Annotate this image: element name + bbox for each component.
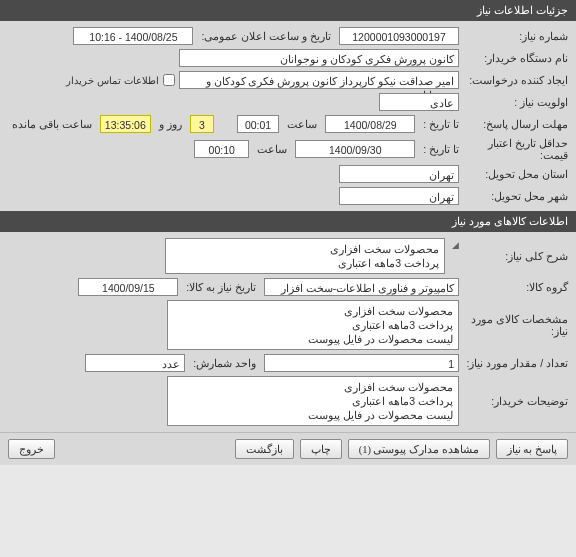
goods-group-value: کامپیوتر و فناوری اطلاعات-سخت افزار: [264, 278, 459, 296]
buyer-org-value: کانون پرورش فکری کودکان و نوجوانان: [179, 49, 459, 67]
days-remaining-value: 3: [190, 115, 215, 133]
label-delivery-city: شهر محل تحویل:: [463, 190, 568, 202]
label-days-and: روز و: [155, 118, 186, 130]
label-hour-1: ساعت: [283, 118, 321, 130]
label-announce-datetime: تاریخ و ساعت اعلان عمومی:: [197, 30, 335, 42]
label-min-validity: حداقل تاریخ اعتبار قیمت:: [463, 137, 568, 161]
unit-value: عدد: [85, 354, 185, 372]
city-value: تهران: [339, 187, 459, 205]
validity-time-value: 00:10: [194, 140, 249, 158]
label-need-number: شماره نیاز:: [463, 30, 568, 42]
view-attachments-button[interactable]: مشاهده مدارک پیوستی (1): [348, 439, 490, 459]
response-time-value: 00:01: [237, 115, 280, 133]
label-to-date-1: تا تاریخ :: [419, 118, 459, 130]
need-desc-value: محصولات سخت افزاریپرداخت 3ماهه اعتباری: [165, 238, 445, 274]
label-need-date-goods: تاریخ نیاز به کالا:: [182, 281, 260, 293]
qty-value: 1: [264, 354, 459, 372]
validity-date-value: 1400/09/30: [295, 140, 415, 158]
goods-info-form: شرح کلی نیاز: ◢ محصولات سخت افزاریپرداخت…: [0, 232, 576, 432]
announce-datetime-value: 1400/08/25 - 10:16: [73, 27, 193, 45]
label-buyer-org: نام دستگاه خریدار:: [463, 52, 568, 64]
label-buyer-notes: توضیحات خریدار:: [463, 395, 568, 407]
goods-spec-value: محصولات سخت افزاریپرداخت 3ماهه اعتباریلی…: [167, 300, 459, 350]
label-need-qty: تعداد / مقدار مورد نیاز:: [463, 357, 568, 369]
label-goods-group: گروه کالا:: [463, 281, 568, 293]
goods-info-header: اطلاعات کالاهای مورد نیاز: [0, 211, 576, 232]
priority-value: عادی: [379, 93, 459, 111]
resize-handle-icon[interactable]: ◢: [449, 238, 459, 274]
back-button[interactable]: بازگشت: [235, 439, 294, 459]
label-request-creator: ایجاد کننده درخواست:: [463, 74, 568, 86]
province-value: تهران: [339, 165, 459, 183]
label-priority: اولویت نیاز :: [463, 96, 568, 108]
print-button[interactable]: چاپ: [300, 439, 342, 459]
need-number-value: 1200001093000197: [339, 27, 459, 45]
label-to-date-2: تا تاریخ :: [419, 143, 459, 155]
exit-button[interactable]: خروج: [8, 439, 55, 459]
label-need-desc: شرح کلی نیاز:: [463, 250, 568, 262]
label-delivery-province: استان محل تحویل:: [463, 168, 568, 180]
need-info-header: جزئیات اطلاعات نیاز: [0, 0, 576, 21]
response-date-value: 1400/08/29: [325, 115, 415, 133]
button-bar: پاسخ به نیاز مشاهده مدارک پیوستی (1) چاپ…: [0, 432, 576, 465]
label-goods-spec: مشخصات کالای مورد نیاز:: [463, 313, 568, 337]
need-date-value: 1400/09/15: [78, 278, 178, 296]
label-contact-info: اطلاعات تماس خریدار: [66, 75, 159, 86]
label-counting-unit: واحد شمارش:: [189, 357, 260, 369]
buyer-notes-value: محصولات سخت افزاریپرداخت 3ماهه اعتباریلی…: [167, 376, 459, 426]
need-info-form: شماره نیاز: 1200001093000197 تاریخ و ساع…: [0, 21, 576, 211]
label-response-deadline: مهلت ارسال پاسخ:: [463, 118, 568, 130]
label-hour-2: ساعت: [253, 143, 291, 155]
contact-info-checkbox[interactable]: [163, 74, 175, 86]
request-creator-value: امیر صداقت نیکو کارپرداز کانون پرورش فکر…: [179, 71, 459, 89]
time-remaining-value: 13:35:06: [100, 115, 151, 133]
respond-button[interactable]: پاسخ به نیاز: [496, 439, 568, 459]
label-time-remaining: ساعت باقی مانده: [8, 118, 96, 130]
